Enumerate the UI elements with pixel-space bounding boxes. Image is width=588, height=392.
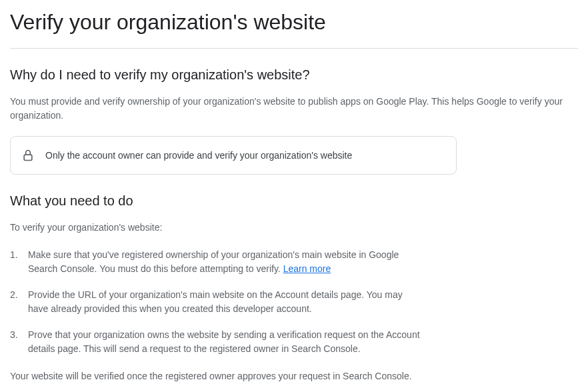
owner-notice: Only the account owner can provide and v… — [10, 136, 457, 175]
lock-icon — [21, 149, 35, 162]
todo-conclusion: Your website will be verified once the r… — [10, 369, 578, 383]
list-item: Make sure that you've registered ownersh… — [10, 248, 423, 276]
why-heading: Why do I need to verify my organization'… — [10, 67, 578, 83]
step-text: Provide the URL of your organization's m… — [28, 289, 403, 314]
step-text: Prove that your organization owns the we… — [28, 329, 420, 354]
step-text: Make sure that you've registered ownersh… — [28, 249, 399, 274]
svg-rect-0 — [24, 155, 32, 160]
list-item: Prove that your organization owns the we… — [10, 328, 423, 356]
list-item: Provide the URL of your organization's m… — [10, 288, 423, 316]
section-divider — [10, 48, 578, 49]
page-title: Verify your organization's website — [10, 10, 578, 35]
todo-heading: What you need to do — [10, 193, 578, 209]
learn-more-link[interactable]: Learn more — [283, 263, 331, 274]
steps-list: Make sure that you've registered ownersh… — [10, 248, 423, 356]
why-body: You must provide and verify ownership of… — [10, 95, 578, 123]
todo-intro: To verify your organization's website: — [10, 221, 578, 235]
owner-notice-text: Only the account owner can provide and v… — [45, 150, 352, 161]
